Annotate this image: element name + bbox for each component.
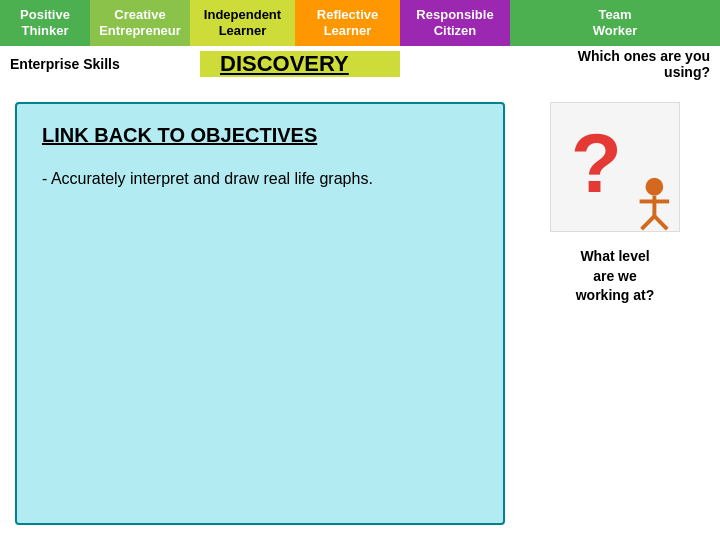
svg-point-2 — [646, 178, 664, 196]
tab-team-worker-label: Team Worker — [593, 7, 638, 38]
top-navigation: Positive Thinker Creative Entrepreneur I… — [0, 0, 720, 46]
discovery-label: DISCOVERY — [200, 51, 400, 77]
svg-text:?: ? — [571, 116, 622, 210]
tab-positive-thinker-label: Positive Thinker — [20, 7, 70, 38]
objectives-text: - Accurately interpret and draw real lif… — [42, 167, 478, 191]
objectives-title: LINK BACK TO OBJECTIVES — [42, 124, 478, 147]
tab-reflective-learner-label: Reflective Learner — [317, 7, 378, 38]
question-figure: ? — [550, 102, 680, 232]
tab-creative-entrepreneur-label: Creative Entrepreneur — [99, 7, 181, 38]
tab-creative-entrepreneur[interactable]: Creative Entrepreneur — [90, 0, 190, 46]
tab-independent-learner[interactable]: Independent Learner — [190, 0, 295, 46]
right-panel: ? What level are we working at? — [525, 102, 705, 525]
tab-team-worker[interactable]: Team Worker — [510, 0, 720, 46]
tab-independent-learner-label: Independent Learner — [204, 7, 281, 38]
tab-positive-thinker[interactable]: Positive Thinker — [0, 0, 90, 46]
question-figure-svg: ? — [551, 102, 679, 232]
tab-responsible-citizen[interactable]: Responsible Citizen — [400, 0, 510, 46]
enterprise-skills-row: Enterprise Skills DISCOVERY Which ones a… — [0, 46, 720, 82]
tab-reflective-learner[interactable]: Reflective Learner — [295, 0, 400, 46]
which-ones-text: Which ones are you using? — [400, 48, 720, 80]
tab-responsible-citizen-label: Responsible Citizen — [416, 7, 493, 38]
enterprise-skills-label: Enterprise Skills — [0, 56, 200, 72]
main-content: LINK BACK TO OBJECTIVES - Accurately int… — [0, 82, 720, 540]
objectives-box: LINK BACK TO OBJECTIVES - Accurately int… — [15, 102, 505, 525]
level-text: What level are we working at? — [576, 247, 655, 306]
